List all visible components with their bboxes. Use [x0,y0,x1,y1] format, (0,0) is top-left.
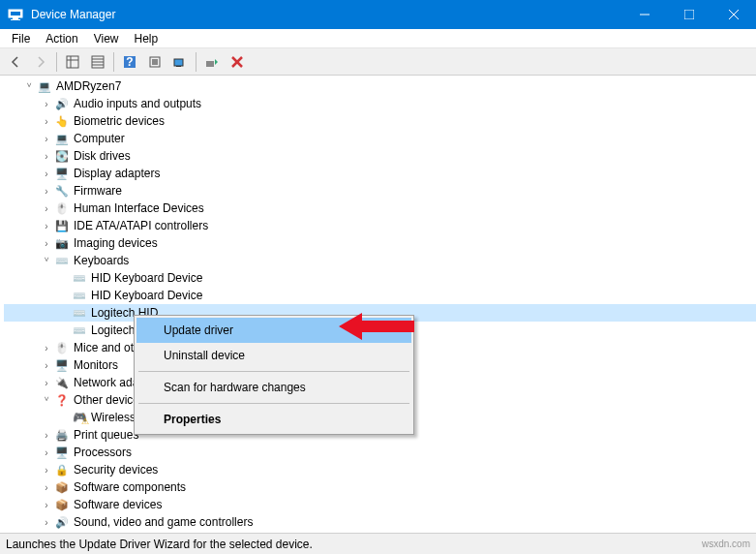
tree-root-node[interactable]: ⱽ 💻 AMDRyzen7 [4,77,756,95]
update-driver-button[interactable] [200,50,224,74]
device-item[interactable]: ⌨️HID Keyboard Device [4,287,756,304]
tree-category[interactable]: ›📦Software devices [4,496,756,513]
menubar: File Action View Help [0,29,756,48]
tree-category[interactable]: ›💻Computer [4,130,756,147]
other-icon: ❓ [54,392,70,408]
tree-category[interactable]: ›👆Biometric devices [4,112,756,130]
computer-icon: 💻 [37,78,52,94]
tree-category[interactable]: ›📦Software components [4,478,756,496]
caret-icon[interactable]: ⱽ [39,392,54,408]
back-button[interactable] [4,50,27,74]
category-label: Security devices [74,463,158,477]
caret-icon[interactable]: › [39,166,54,181]
tree-category[interactable]: ›🖥️Display adapters [4,165,756,182]
svg-rect-1 [11,12,20,15]
tree-category[interactable]: ›🖱️Human Interface Devices [4,200,756,217]
device-label: Logitech [91,323,135,337]
caret-icon[interactable]: › [39,479,54,495]
menu-file[interactable]: File [4,30,38,47]
device-category-icon: 💾 [54,218,70,233]
svg-rect-20 [176,66,181,67]
menu-action[interactable]: Action [38,30,85,47]
help-button[interactable]: ? [118,50,141,74]
caret-icon[interactable]: › [39,148,54,164]
caret-icon[interactable]: › [39,340,54,355]
device-category-icon: 💻 [54,131,70,146]
maximize-button[interactable] [667,0,711,29]
icon-button[interactable] [143,50,166,74]
ctx-uninstall-device[interactable]: Uninstall device [136,343,411,368]
minimize-button[interactable] [622,0,667,29]
scan-button[interactable] [168,50,192,74]
device-label: HID Keyboard Device [91,289,202,302]
ctx-properties[interactable]: Properties [136,407,411,432]
svg-rect-21 [206,61,214,67]
caret-icon[interactable]: › [39,357,54,373]
device-category-icon: 📷 [54,235,70,251]
status-text: Launches the Update Driver Wizard for th… [6,538,313,551]
menu-view[interactable]: View [86,30,127,47]
toolbar: ? [0,48,756,76]
category-label: Biometric devices [74,114,165,128]
watermark: wsxdn.com [702,539,750,549]
caret-icon[interactable]: › [39,445,54,460]
close-button[interactable] [711,0,756,29]
tree-category[interactable]: ›🔊Sound, video and game controllers [4,513,756,531]
caret-icon[interactable]: › [39,375,54,390]
device-category-icon: 🔧 [54,183,70,199]
svg-marker-24 [339,313,414,340]
menu-help[interactable]: Help [127,30,166,47]
properties-button[interactable] [86,50,109,74]
separator [138,403,409,404]
caret-icon[interactable]: › [39,200,54,216]
caret-icon[interactable]: › [39,131,54,146]
category-label: Other device [74,393,139,407]
caret-icon[interactable]: › [39,462,54,477]
keyboards-category[interactable]: ⱽ ⌨️ Keyboards [4,252,756,269]
caret-icon[interactable]: › [39,113,54,129]
caret-icon[interactable]: › [39,218,54,233]
tree-category[interactable]: ›🔧Firmware [4,182,756,200]
svg-rect-5 [684,10,694,19]
uninstall-button[interactable] [226,50,249,74]
gamepad-icon: 🎮⚠ [72,410,87,425]
caret-icon[interactable]: › [39,183,54,199]
show-hidden-button[interactable] [61,50,84,74]
category-label: Imaging devices [74,236,158,250]
svg-text:?: ? [126,55,133,69]
svg-rect-8 [67,56,78,68]
tree-category[interactable]: ›📷Imaging devices [4,234,756,252]
category-label: Keyboards [74,254,129,267]
caret-icon[interactable]: ⱽ [21,78,37,94]
category-label: Audio inputs and outputs [74,97,201,110]
device-category-icon: 🔒 [54,462,70,477]
caret-icon[interactable]: › [39,427,54,443]
device-tree[interactable]: ⱽ 💻 AMDRyzen7 ›🔊Audio inputs and outputs… [0,76,756,533]
caret-icon[interactable]: ⱽ [39,253,54,268]
caret-icon[interactable]: › [39,235,54,251]
category-label: Display adapters [74,167,160,180]
app-icon [8,7,23,22]
svg-rect-2 [13,17,18,19]
ctx-scan-hardware[interactable]: Scan for hardware changes [136,375,411,400]
keyboard-icon: ⌨️ [72,305,87,321]
category-label: Software devices [74,498,162,511]
category-label: Network ada [74,376,138,389]
tree-category[interactable]: ›🖥️Processors [4,444,756,461]
keyboard-icon: ⌨️ [72,288,87,303]
caret-icon[interactable]: › [39,497,54,512]
device-category-icon: 📦 [54,497,70,512]
category-label: Software components [74,480,186,494]
device-item[interactable]: ⌨️HID Keyboard Device [4,269,756,287]
tree-category[interactable]: ›💾IDE ATA/ATAPI controllers [4,217,756,234]
statusbar: Launches the Update Driver Wizard for th… [0,533,756,554]
category-label: Human Interface Devices [74,201,204,215]
device-category-icon: 🖨️ [54,427,70,443]
annotation-arrow-icon [339,307,416,346]
caret-icon[interactable]: › [39,96,54,111]
tree-category[interactable]: ›🔒Security devices [4,461,756,478]
tree-category[interactable]: ›💽Disk drives [4,147,756,165]
tree-category[interactable]: ›🔊Audio inputs and outputs [4,95,756,112]
caret-icon[interactable]: › [39,514,54,530]
forward-button[interactable] [29,50,52,74]
